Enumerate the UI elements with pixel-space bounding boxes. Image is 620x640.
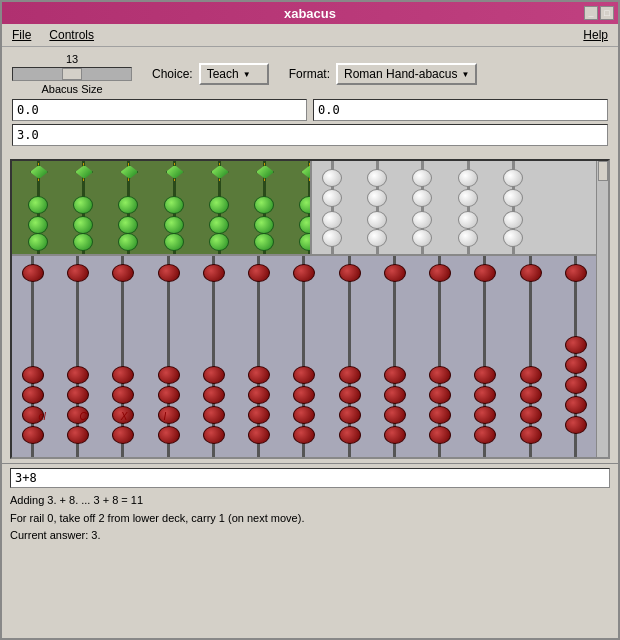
white-bead-3-3[interactable] xyxy=(458,229,478,247)
slider-thumb[interactable] xyxy=(62,68,82,80)
white-bead-0-0[interactable] xyxy=(322,169,342,187)
red-lower-bead-3-3[interactable] xyxy=(158,426,180,444)
red-upper-bead-11[interactable] xyxy=(520,264,542,282)
red-lower-bead-9-2[interactable] xyxy=(429,406,451,424)
red-lower-bead-8-0[interactable] xyxy=(384,366,406,384)
menu-file[interactable]: File xyxy=(8,27,35,43)
green-bead-3-1[interactable] xyxy=(164,216,184,234)
green-bead-6-1[interactable] xyxy=(299,216,312,234)
choice-dropdown[interactable]: Teach ▼ xyxy=(199,63,269,85)
white-bead-1-1[interactable] xyxy=(367,189,387,207)
red-lower-bead-10-1[interactable] xyxy=(474,386,496,404)
red-lower-bead-12-4[interactable] xyxy=(565,416,587,434)
red-lower-bead-9-3[interactable] xyxy=(429,426,451,444)
red-lower-bead-3-1[interactable] xyxy=(158,386,180,404)
red-lower-bead-8-1[interactable] xyxy=(384,386,406,404)
green-bead-0-1[interactable] xyxy=(28,216,48,234)
red-upper-bead-3[interactable] xyxy=(158,264,180,282)
menu-controls[interactable]: Controls xyxy=(45,27,98,43)
green-bead-1-1[interactable] xyxy=(73,216,93,234)
red-upper-bead-12[interactable] xyxy=(565,264,587,282)
green-bead-5-0[interactable] xyxy=(254,196,274,214)
white-bead-1-3[interactable] xyxy=(367,229,387,247)
red-lower-bead-1-0[interactable] xyxy=(67,366,89,384)
input-field-1a[interactable] xyxy=(12,99,307,121)
white-bead-2-2[interactable] xyxy=(412,211,432,229)
red-lower-bead-3-0[interactable] xyxy=(158,366,180,384)
red-lower-bead-6-0[interactable] xyxy=(293,366,315,384)
red-upper-bead-7[interactable] xyxy=(339,264,361,282)
menu-help[interactable]: Help xyxy=(579,27,612,43)
red-lower-bead-7-1[interactable] xyxy=(339,386,361,404)
red-lower-bead-9-1[interactable] xyxy=(429,386,451,404)
red-lower-bead-11-3[interactable] xyxy=(520,426,542,444)
red-lower-bead-10-3[interactable] xyxy=(474,426,496,444)
red-lower-bead-2-1[interactable] xyxy=(112,386,134,404)
red-lower-bead-7-2[interactable] xyxy=(339,406,361,424)
red-lower-bead-2-3[interactable] xyxy=(112,426,134,444)
white-bead-2-1[interactable] xyxy=(412,189,432,207)
red-lower-bead-7-3[interactable] xyxy=(339,426,361,444)
red-upper-bead-8[interactable] xyxy=(384,264,406,282)
red-lower-bead-5-1[interactable] xyxy=(248,386,270,404)
green-bead-4-2[interactable] xyxy=(209,233,229,251)
red-lower-bead-11-2[interactable] xyxy=(520,406,542,424)
red-lower-bead-4-0[interactable] xyxy=(203,366,225,384)
abacus-scrollbar[interactable] xyxy=(596,161,608,457)
green-bead-6-2[interactable] xyxy=(299,233,312,251)
expression-input[interactable] xyxy=(10,468,610,488)
green-bead-3-2[interactable] xyxy=(164,233,184,251)
white-bead-3-0[interactable] xyxy=(458,169,478,187)
red-lower-bead-11-0[interactable] xyxy=(520,366,542,384)
green-top-bead-2[interactable] xyxy=(120,165,138,179)
green-bead-4-0[interactable] xyxy=(209,196,229,214)
green-bead-1-2[interactable] xyxy=(73,233,93,251)
red-lower-bead-10-0[interactable] xyxy=(474,366,496,384)
red-lower-bead-0-0[interactable] xyxy=(22,366,44,384)
red-lower-bead-12-3[interactable] xyxy=(565,396,587,414)
red-lower-bead-3-2[interactable] xyxy=(158,406,180,424)
red-lower-bead-2-0[interactable] xyxy=(112,366,134,384)
red-lower-bead-4-3[interactable] xyxy=(203,426,225,444)
green-bead-1-0[interactable] xyxy=(73,196,93,214)
red-upper-bead-1[interactable] xyxy=(67,264,89,282)
white-bead-0-3[interactable] xyxy=(322,229,342,247)
white-bead-4-3[interactable] xyxy=(503,229,523,247)
white-bead-0-2[interactable] xyxy=(322,211,342,229)
red-lower-bead-4-2[interactable] xyxy=(203,406,225,424)
green-top-bead-3[interactable] xyxy=(166,165,184,179)
green-top-bead-5[interactable] xyxy=(256,165,274,179)
white-bead-2-3[interactable] xyxy=(412,229,432,247)
red-lower-bead-6-1[interactable] xyxy=(293,386,315,404)
red-lower-bead-5-3[interactable] xyxy=(248,426,270,444)
white-bead-0-1[interactable] xyxy=(322,189,342,207)
red-upper-bead-6[interactable] xyxy=(293,264,315,282)
format-dropdown[interactable]: Roman Hand-abacus ▼ xyxy=(336,63,477,85)
red-lower-bead-9-0[interactable] xyxy=(429,366,451,384)
green-bead-2-1[interactable] xyxy=(118,216,138,234)
green-bead-0-2[interactable] xyxy=(28,233,48,251)
green-bead-6-0[interactable] xyxy=(299,196,312,214)
red-lower-bead-8-2[interactable] xyxy=(384,406,406,424)
red-lower-bead-5-0[interactable] xyxy=(248,366,270,384)
red-upper-bead-4[interactable] xyxy=(203,264,225,282)
green-top-bead-4[interactable] xyxy=(211,165,229,179)
red-lower-bead-6-2[interactable] xyxy=(293,406,315,424)
red-lower-bead-12-2[interactable] xyxy=(565,376,587,394)
red-lower-bead-5-2[interactable] xyxy=(248,406,270,424)
green-bead-2-0[interactable] xyxy=(118,196,138,214)
green-top-bead-1[interactable] xyxy=(75,165,93,179)
red-lower-bead-12-0[interactable] xyxy=(565,336,587,354)
red-upper-bead-10[interactable] xyxy=(474,264,496,282)
abacus-size-slider[interactable] xyxy=(12,67,132,81)
green-top-bead-0[interactable] xyxy=(30,165,48,179)
red-lower-bead-12-1[interactable] xyxy=(565,356,587,374)
green-bead-0-0[interactable] xyxy=(28,196,48,214)
red-lower-bead-4-1[interactable] xyxy=(203,386,225,404)
white-bead-2-0[interactable] xyxy=(412,169,432,187)
white-bead-1-0[interactable] xyxy=(367,169,387,187)
abacus-scrollbar-thumb[interactable] xyxy=(598,161,608,181)
green-bead-2-2[interactable] xyxy=(118,233,138,251)
red-upper-bead-2[interactable] xyxy=(112,264,134,282)
red-lower-bead-7-0[interactable] xyxy=(339,366,361,384)
